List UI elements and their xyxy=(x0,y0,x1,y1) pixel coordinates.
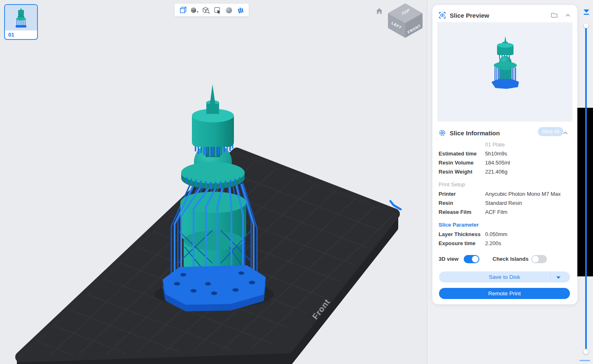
slice-preview-title: Slice Preview xyxy=(450,12,489,19)
model-flange-disc xyxy=(181,162,245,189)
param-row-exposure-time: Exposure time2.200s xyxy=(439,240,572,248)
jump-to-bottom-icon[interactable] xyxy=(582,8,591,16)
plate-thumb-image xyxy=(5,5,37,30)
viewport-3d[interactable]: Front xyxy=(0,0,427,364)
collapse-information-chevron-icon[interactable] xyxy=(562,129,569,137)
model-main-cylinder xyxy=(192,109,234,147)
layer-range-track[interactable] xyxy=(585,26,587,352)
slice-all-button[interactable]: Slice All xyxy=(538,127,563,136)
sphere-shading-icon[interactable] xyxy=(224,5,234,15)
inspect-model-icon[interactable] xyxy=(201,5,211,15)
info-row-resin-weight: Resin Weight221.406g xyxy=(439,169,572,177)
home-view-icon[interactable] xyxy=(375,7,383,15)
model-neck-spike xyxy=(206,84,219,114)
slice-parameter-link[interactable]: Slice Parameter xyxy=(439,222,479,228)
save-button-divider xyxy=(550,274,551,281)
slice-preview-image xyxy=(437,22,572,122)
3d-view-label: 3D view xyxy=(439,256,458,262)
slice-information-gear-icon xyxy=(438,129,446,137)
plate-name: 01 Plate xyxy=(485,141,505,148)
plate-thumb-label: 01 xyxy=(5,30,37,38)
setup-row-resin: ResinStandard Resin xyxy=(439,200,572,208)
slice-information-title: Slice Information xyxy=(450,130,500,137)
3d-view-toggle[interactable] xyxy=(464,255,479,263)
slice-preview-icon xyxy=(438,11,446,19)
slice-view-icon[interactable] xyxy=(236,5,245,15)
navigation-cube[interactable]: TOP LEFT FRONT xyxy=(387,2,423,39)
check-islands-label: Check Islands xyxy=(493,256,528,262)
remote-print-button[interactable]: Remote Print xyxy=(439,288,570,299)
slice-panel: Slice Preview xyxy=(432,5,577,304)
perspective-cube-icon[interactable] xyxy=(178,5,188,15)
select-tool-icon[interactable] xyxy=(212,5,222,15)
print-setup-title: Print Setup xyxy=(439,181,465,188)
slice-information-header: Slice Information Slice All xyxy=(438,128,572,137)
save-options-dropdown-icon[interactable] xyxy=(556,276,561,279)
view-toolbar xyxy=(175,4,249,16)
check-islands-toggle[interactable] xyxy=(531,255,547,263)
param-row-layer-thickness: Layer Thickness0.050mm xyxy=(439,231,572,239)
setup-row-release-film: Release FilmACF Film xyxy=(439,209,572,217)
layer-bottom-tick xyxy=(579,360,590,361)
info-row-estimated-time: Estimated time5h10m9s xyxy=(439,151,572,159)
layer-range-handle-bottom[interactable] xyxy=(583,349,589,355)
plate-tab-01[interactable]: 01 xyxy=(4,4,38,40)
info-row-resin-volume: Resin Volume184.505ml xyxy=(439,160,572,168)
layer-range-handle-top[interactable] xyxy=(583,23,589,28)
support-raft xyxy=(165,267,264,309)
collapse-preview-chevron-icon[interactable] xyxy=(564,12,572,19)
open-folder-icon[interactable] xyxy=(550,11,558,19)
slice-preview-header: Slice Preview xyxy=(438,11,572,20)
shading-mode-icon[interactable] xyxy=(189,5,199,15)
setup-row-printer: PrinterAnycubic Photon Mono M7 Max xyxy=(439,191,572,199)
